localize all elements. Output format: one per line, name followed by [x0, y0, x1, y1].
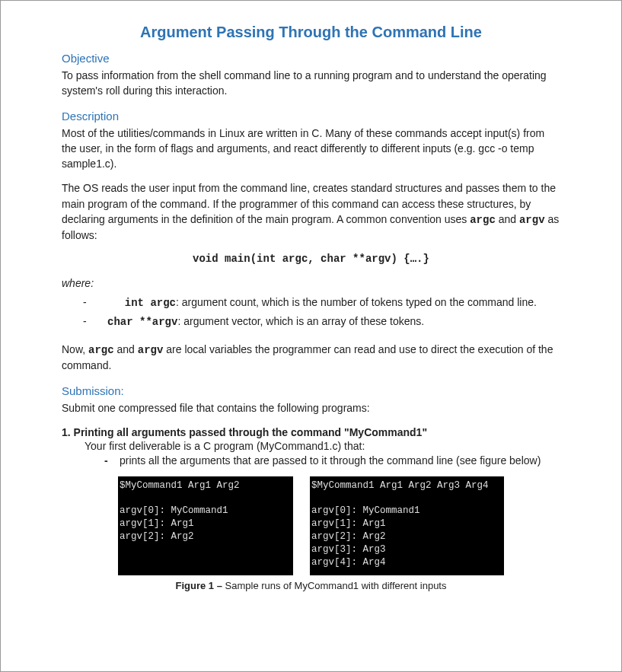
heading-objective: Objective [62, 52, 560, 65]
main-signature-code: void main(int argc, char **argv) {….} [62, 253, 560, 265]
where-label: where: [62, 275, 560, 291]
terminal-left: $MyCommand1 Arg1 Arg2 argv[0]: MyCommand… [118, 476, 293, 575]
description-p1: Most of the utilities/commands in Linux … [62, 126, 560, 172]
bullet-argv-text: : argument vector, which is an array of … [177, 315, 424, 327]
page-title: Argument Passing Through the Command Lin… [62, 24, 560, 41]
task1-heading: 1. Printing all arguments passed through… [62, 426, 560, 438]
bullet-argv-code: char **argv [107, 315, 177, 330]
code-argc: argc [470, 214, 496, 226]
bullet-argc: int argc: argument count, which is the n… [62, 295, 560, 311]
description-p2: The OS reads the user input from the com… [62, 180, 560, 243]
heading-description: Description [62, 110, 560, 123]
submission-intro: Submit one compressed file that contains… [62, 400, 560, 416]
figure-caption: Figure 1 – Sample runs of MyCommand1 wit… [62, 580, 560, 591]
code-argc-2: argc [88, 344, 114, 356]
description-p2-mid: and [496, 213, 519, 225]
heading-submission: Submission [62, 384, 560, 397]
code-argv-2: argv [138, 344, 164, 356]
bullet-argc-code: int argc [107, 296, 176, 311]
document-page: Argument Passing Through the Command Lin… [0, 0, 622, 672]
description-p3: Now, argc and argv are local variables t… [62, 342, 560, 374]
bullet-argv: char **argv: argument vector, which is a… [62, 314, 560, 330]
task1-bullets: prints all the arguments that are passed… [62, 454, 560, 469]
description-p3-prefix: Now, [62, 343, 88, 355]
objective-text: To pass information from the shell comma… [62, 68, 560, 99]
terminal-row: $MyCommand1 Arg1 Arg2 argv[0]: MyCommand… [62, 476, 560, 575]
description-p3-mid: and [114, 343, 138, 355]
code-argv: argv [519, 214, 545, 226]
task1-bullet: prints all the arguments that are passed… [62, 454, 560, 469]
task1-line: Your first deliverable is a C program (M… [62, 440, 560, 452]
bullet-argc-text: : argument count, which is the number of… [176, 296, 537, 308]
figure-label: Figure 1 – [176, 580, 225, 591]
terminal-right: $MyCommand1 Arg1 Arg2 Arg3 Arg4 argv[0]:… [310, 476, 504, 575]
figure-text: Sample runs of MyCommand1 with different… [225, 580, 447, 591]
arg-bullets: int argc: argument count, which is the n… [62, 295, 560, 330]
